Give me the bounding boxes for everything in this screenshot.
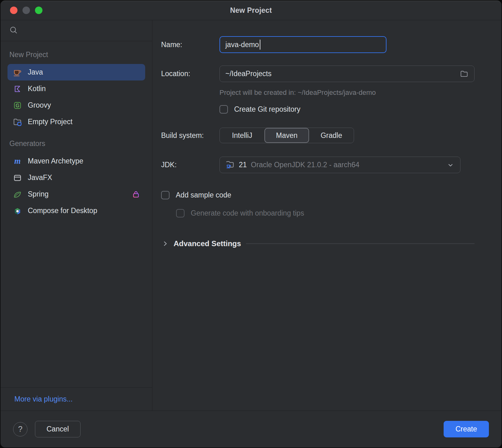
section-header-new-project: New Project [9, 51, 143, 59]
title-bar: New Project [1, 1, 501, 20]
sidebar-item-maven-archetype[interactable]: m Maven Archetype [7, 153, 145, 169]
sidebar-item-kotlin[interactable]: Kotlin [7, 80, 145, 97]
sidebar-item-label: JavaFX [28, 173, 52, 182]
add-sample-code-checkbox[interactable] [161, 191, 170, 199]
more-via-plugins-link[interactable]: More via plugins... [14, 395, 73, 403]
help-button[interactable]: ? [13, 422, 27, 436]
sidebar-footer: More via plugins... [1, 387, 152, 411]
sidebar-item-label: Empty Project [28, 118, 72, 126]
minimize-button[interactable] [22, 7, 30, 14]
add-sample-code-row: Add sample code [161, 191, 475, 199]
jdk-detail: Oracle OpenJDK 21.0.2 - aarch64 [251, 161, 360, 169]
create-git-repository-label: Create Git repository [234, 105, 300, 114]
name-label: Name: [161, 41, 219, 49]
jdk-row: JDK: 21 Oracle OpenJDK 21.0.2 - aarch64 [161, 157, 475, 173]
new-project-form: Name: java-demo Location: ~/IdeaProjects [152, 20, 501, 411]
location-row: Location: ~/IdeaProjects [161, 66, 475, 82]
close-button[interactable] [10, 7, 17, 14]
javafx-window-icon [12, 173, 22, 183]
jdk-folder-icon [225, 160, 235, 170]
onboarding-tips-row: Generate code with onboarding tips [176, 209, 475, 217]
empty-project-folder-icon [12, 117, 22, 127]
sidebar-item-label: Spring [28, 190, 48, 198]
name-row: Name: java-demo [161, 36, 475, 53]
sidebar-item-java[interactable]: Java [7, 64, 145, 80]
create-button[interactable]: Create [444, 421, 489, 437]
sidebar-item-label: Java [28, 68, 43, 76]
onboarding-tips-label: Generate code with onboarding tips [191, 209, 304, 217]
build-system-segmented-control: IntelliJ Maven Gradle [219, 128, 354, 143]
lock-icon [132, 190, 140, 198]
new-project-dialog: New Project New Project [1, 1, 501, 447]
advanced-settings-label: Advanced Settings [174, 239, 241, 248]
sidebar-item-label: Kotlin [28, 85, 46, 93]
sidebar-item-label: Groovy [28, 101, 51, 110]
project-name-value: java-demo [225, 41, 259, 49]
svg-text:G: G [15, 103, 19, 108]
sidebar-item-groovy[interactable]: G Groovy [7, 97, 145, 114]
search-icon [9, 26, 18, 36]
dialog-footer: ? Cancel Create [1, 411, 501, 447]
sidebar-item-spring[interactable]: Spring [7, 186, 145, 202]
location-input[interactable]: ~/IdeaProjects [219, 66, 475, 82]
cancel-button[interactable]: Cancel [35, 421, 81, 437]
advanced-settings-divider [246, 243, 475, 244]
text-caret [260, 40, 260, 50]
project-name-input[interactable]: java-demo [219, 36, 386, 53]
window-title: New Project [230, 6, 272, 15]
sidebar-list: New Project Java [1, 41, 152, 387]
sidebar-item-empty-project[interactable]: Empty Project [7, 114, 145, 130]
location-hint: Project will be created in: ~/IdeaProjec… [219, 89, 475, 97]
sidebar-item-compose-for-desktop[interactable]: Compose for Desktop [7, 202, 145, 219]
maven-m-icon: m [12, 156, 22, 166]
jdk-dropdown[interactable]: 21 Oracle OpenJDK 21.0.2 - aarch64 [219, 157, 460, 173]
jdk-label: JDK: [161, 161, 219, 169]
sidebar-item-label: Compose for Desktop [28, 207, 97, 215]
onboarding-tips-checkbox[interactable] [176, 209, 185, 217]
sidebar-item-javafx[interactable]: JavaFX [7, 169, 145, 186]
sidebar-item-label: Maven Archetype [28, 157, 83, 165]
create-git-repository-checkbox[interactable] [219, 105, 228, 114]
build-system-option-intellij[interactable]: IntelliJ [220, 128, 264, 143]
java-cup-icon [12, 67, 22, 77]
jdk-version: 21 [239, 161, 247, 169]
chevron-down-icon [446, 161, 455, 169]
svg-text:m: m [14, 157, 20, 166]
kotlin-icon [12, 84, 22, 94]
build-system-option-gradle[interactable]: Gradle [309, 128, 354, 143]
git-repository-row: Create Git repository [219, 105, 475, 114]
sidebar: New Project Java [1, 20, 152, 411]
help-icon: ? [18, 425, 22, 434]
location-value: ~/IdeaProjects [225, 70, 272, 78]
spring-leaf-icon [12, 189, 22, 199]
groovy-icon: G [12, 100, 22, 110]
browse-folder-icon[interactable] [460, 70, 469, 78]
section-header-generators: Generators [9, 139, 143, 148]
build-system-label: Build system: [161, 131, 219, 140]
sidebar-search[interactable] [1, 20, 152, 41]
build-system-option-maven[interactable]: Maven [264, 128, 309, 143]
build-system-row: Build system: IntelliJ Maven Gradle [161, 128, 475, 143]
location-label: Location: [161, 70, 219, 78]
window-controls [10, 1, 42, 20]
add-sample-code-label: Add sample code [176, 191, 231, 199]
advanced-settings-row[interactable]: Advanced Settings [161, 239, 475, 248]
compose-cube-icon [12, 206, 22, 216]
chevron-right-icon [161, 240, 169, 248]
zoom-button[interactable] [35, 7, 42, 14]
